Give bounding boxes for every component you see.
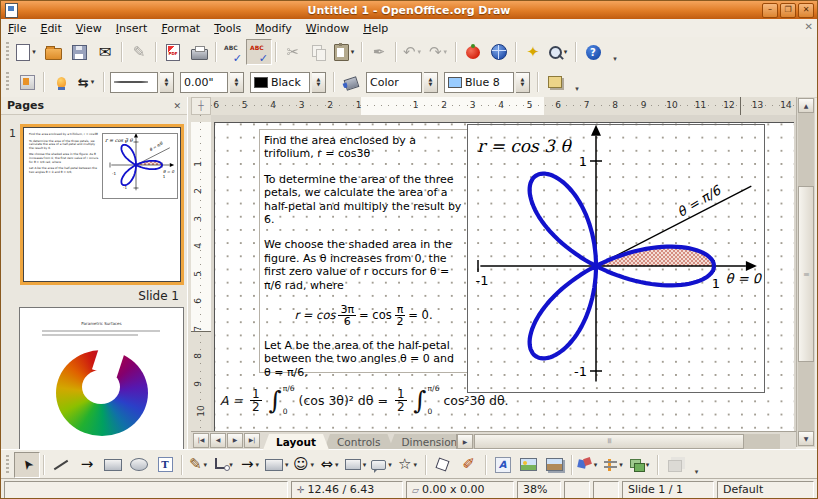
select-button[interactable]: ➤ xyxy=(14,452,40,478)
scroll-up-arrow[interactable]: ▲ xyxy=(798,98,814,113)
stars-dropdown-arrow[interactable]: ▾ xyxy=(411,461,419,469)
gallery-button[interactable] xyxy=(460,39,486,65)
draw-functions-button[interactable]: ✦ xyxy=(520,39,546,65)
close-button[interactable]: ✕ xyxy=(798,3,814,18)
toolbar-grip[interactable] xyxy=(4,42,11,62)
new-dropdown-arrow[interactable]: ▾ xyxy=(30,48,38,56)
lines-and-arrows-button[interactable]: →▾ xyxy=(238,452,264,478)
open-button[interactable] xyxy=(40,39,66,65)
zoom-level-cell[interactable]: 38% xyxy=(517,481,561,499)
flowchart-dropdown-arrow[interactable]: ▾ xyxy=(361,461,369,469)
save-button[interactable] xyxy=(66,39,92,65)
menu-tools[interactable]: Tools xyxy=(207,21,248,36)
scroll-right-arrow[interactable]: ▶ xyxy=(457,434,473,449)
toolbar-overflow-button[interactable]: ▾ xyxy=(692,454,702,476)
curve-dropdown-arrow[interactable]: ▾ xyxy=(202,461,210,469)
fill-type-select[interactable]: Color xyxy=(366,72,422,93)
curve-button[interactable]: ✎▾ xyxy=(186,452,212,478)
paste-dropdown-arrow[interactable]: ▾ xyxy=(349,48,357,56)
rotate-button[interactable]: ▾ xyxy=(576,452,602,478)
area-integral-formula[interactable]: A = 12 ∫π/60 (cos 3θ)² dθ = 12 ∫π/60 cos… xyxy=(220,384,509,416)
minimize-button[interactable]: – xyxy=(762,3,778,18)
menu-edit[interactable]: Edit xyxy=(33,21,68,36)
line-color-spinner[interactable]: ▲▼ xyxy=(312,72,326,93)
tab-nav-next-button[interactable]: ▶ xyxy=(227,433,243,448)
menu-help[interactable]: Help xyxy=(356,21,395,36)
slide-1-thumbnail[interactable]: Find the area enclosed by a trifolium, r… xyxy=(23,127,181,282)
email-button[interactable]: ✉ xyxy=(92,39,118,65)
callouts-button[interactable]: ▾ xyxy=(370,452,396,478)
menu-format[interactable]: Format xyxy=(154,21,207,36)
block-arrows-dropdown-arrow[interactable]: ▾ xyxy=(333,461,341,469)
toolbar-grip[interactable] xyxy=(4,455,11,475)
pages-panel-close-icon[interactable]: ✕ xyxy=(173,101,181,111)
arrange-dropdown-arrow[interactable]: ▾ xyxy=(644,461,652,469)
fontwork-button[interactable]: A xyxy=(490,452,516,478)
line-width-input[interactable]: 0.00" xyxy=(180,72,228,93)
symbol-shapes-button[interactable]: ☺▾ xyxy=(292,452,318,478)
slide-page[interactable]: Find the area enclosed by a trifolium, r… xyxy=(214,122,794,431)
basic-shapes-button[interactable]: ▾ xyxy=(264,452,292,478)
arrow-style-button[interactable]: ⇆▾ xyxy=(74,69,100,95)
block-arrows-button[interactable]: ⇔▾ xyxy=(318,452,344,478)
gallery-2-button[interactable] xyxy=(542,452,568,478)
glue-points-button[interactable]: ✐ xyxy=(456,452,482,478)
arrange-button[interactable]: ▾ xyxy=(628,452,654,478)
fill-type-spinner[interactable]: ▲▼ xyxy=(424,72,438,93)
zoom-dropdown-arrow[interactable]: ▾ xyxy=(562,48,570,56)
menu-file[interactable]: File xyxy=(1,21,33,36)
maximize-button[interactable]: ❐ xyxy=(780,3,796,18)
menu-insert[interactable]: Insert xyxy=(109,21,155,36)
tab-nav-first-button[interactable]: |◀ xyxy=(193,433,209,448)
connector-button[interactable]: ▾ xyxy=(212,452,238,478)
parametric-surfaces-thumbnail[interactable]: Parametric Surfaces xyxy=(19,307,184,451)
menu-view[interactable]: View xyxy=(69,21,109,36)
ellipse-button[interactable] xyxy=(126,452,152,478)
toolbar-overflow-button[interactable]: ▾ xyxy=(610,41,620,63)
arrow-style-dropdown-arrow[interactable]: ▾ xyxy=(89,78,97,86)
auto-spellcheck-button[interactable]: ABC✓ xyxy=(246,39,272,65)
horizontal-ruler[interactable]: 6543211234567891011121314 xyxy=(211,97,796,116)
alignment-button[interactable]: ▾ xyxy=(602,452,628,478)
problem-text-frame[interactable]: Find the area enclosed by a trifolium, r… xyxy=(259,129,468,373)
fill-color-spinner[interactable]: ▲▼ xyxy=(516,72,530,93)
title-bar[interactable]: Untitled 1 - OpenOffice.org Draw – ❐ ✕ xyxy=(1,1,817,19)
vertical-scrollbar[interactable]: ▲ ▼ xyxy=(796,97,815,447)
basic-shapes-dropdown-arrow[interactable]: ▾ xyxy=(283,461,291,469)
line-style-select[interactable] xyxy=(110,72,158,93)
export-pdf-button[interactable]: PDF xyxy=(160,39,186,65)
edit-points-button[interactable] xyxy=(430,452,456,478)
lines-and-arrows-dropdown-arrow[interactable]: ▾ xyxy=(254,461,262,469)
callouts-dropdown-arrow[interactable]: ▾ xyxy=(386,461,394,469)
line-ends-with-arrow-button[interactable]: → xyxy=(74,452,100,478)
flowchart-button[interactable]: ▾ xyxy=(344,452,370,478)
tab-layout[interactable]: Layout xyxy=(263,434,329,450)
scroll-down-arrow[interactable]: ▼ xyxy=(798,431,814,446)
alignment-dropdown-arrow[interactable]: ▾ xyxy=(617,461,625,469)
menu-window[interactable]: Window xyxy=(299,21,356,36)
menu-modify[interactable]: Modify xyxy=(248,21,298,36)
navigator-button[interactable] xyxy=(486,39,512,65)
trifolium-plot[interactable]: r = cos 3 θ-111-1θ = π/6θ = 0 xyxy=(467,124,765,393)
spellcheck-button[interactable]: ABC✓ xyxy=(220,39,246,65)
vertical-ruler[interactable]: 1234567891011 xyxy=(191,115,212,431)
line-width-spinner[interactable]: ▲▼ xyxy=(230,72,244,93)
toolbar-overflow-button[interactable]: ▾ xyxy=(572,71,582,93)
stars-button[interactable]: ☆▾ xyxy=(396,452,422,478)
symbol-shapes-dropdown-arrow[interactable]: ▾ xyxy=(309,461,317,469)
vertical-scroll-thumb[interactable] xyxy=(798,186,814,362)
print-button[interactable] xyxy=(186,39,212,65)
toolbar-grip[interactable] xyxy=(4,72,11,92)
drawing-canvas[interactable]: Find the area enclosed by a trifolium, r… xyxy=(211,115,797,431)
redo-dropdown-arrow[interactable]: ▾ xyxy=(442,48,450,56)
tab-nav-previous-button[interactable]: ◀ xyxy=(210,433,226,448)
text-button[interactable]: T xyxy=(152,452,178,478)
help-button[interactable]: ? xyxy=(580,39,606,65)
page-style-cell[interactable]: Default xyxy=(717,481,814,499)
area-style-button[interactable] xyxy=(338,69,364,95)
tab-controls[interactable]: Controls xyxy=(324,434,393,450)
horizontal-scroll-thumb[interactable] xyxy=(474,434,744,449)
styles-button[interactable] xyxy=(14,69,40,95)
line-color-select[interactable]: Black xyxy=(250,72,310,93)
rotate-dropdown-arrow[interactable]: ▾ xyxy=(592,461,600,469)
